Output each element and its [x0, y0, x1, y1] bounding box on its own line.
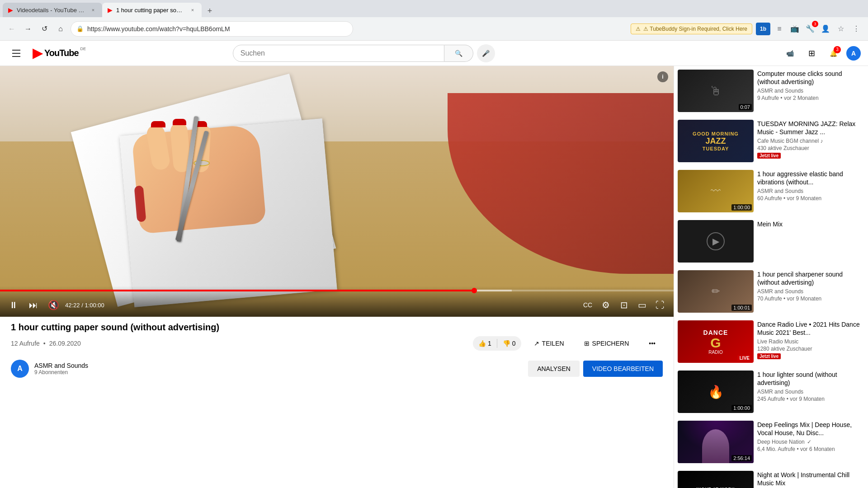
- profile-icon[interactable]: 👤: [819, 23, 832, 35]
- sidebar-info-7: Deep Feelings Mix | Deep House, Vocal Ho…: [757, 421, 864, 463]
- tab-favicon-2: ▶: [108, 6, 113, 14]
- header-right: 📹 ⊞ 🔔 3 A: [781, 44, 861, 62]
- fullscreen-button[interactable]: ⛶: [652, 297, 668, 313]
- user-avatar[interactable]: A: [846, 46, 861, 61]
- sidebar-thumbnail-8: NIGHT AT WORK INSTRUMENTAL: [678, 471, 754, 488]
- sidebar-stats-4: 70 Aufrufe • vor 9 Monaten: [757, 296, 864, 302]
- sidebar-thumbnail-0: 🖱 0:07: [678, 70, 754, 112]
- search-button[interactable]: 🔍: [444, 45, 473, 62]
- browser-toolbar: ← → ↺ ⌂ 🔒 https://www.youtube.com/watch?…: [0, 17, 868, 41]
- dislike-count: 0: [512, 340, 516, 347]
- browser-menu-icon[interactable]: ⋮: [850, 23, 863, 35]
- home-button[interactable]: ⌂: [54, 23, 67, 35]
- sidebar-item-2[interactable]: 〰 1:00:00 1 hour aggressive elastic band…: [674, 166, 868, 216]
- video-meta-row: 12 Aufrufe • 26.09.2020 👍 1 👎: [11, 336, 663, 351]
- save-button[interactable]: ⊞ SPEICHERN: [577, 336, 637, 351]
- address-bar[interactable]: 🔒 https://www.youtube.com/watch?v=hquLBB…: [71, 21, 353, 37]
- sidebar-stats-0: 9 Aufrufe • vor 2 Monaten: [757, 95, 864, 101]
- sidebar-item-6[interactable]: 🔥 1:00:00 1 hour lighter sound (without …: [674, 367, 868, 417]
- hamburger-menu[interactable]: [7, 44, 25, 62]
- save-label: SPEICHERN: [592, 340, 629, 347]
- channel-row: A ASMR and Sounds 9 Abonnenten ANALYSEN …: [0, 354, 674, 383]
- tab-close-2[interactable]: ×: [189, 6, 196, 14]
- progress-knob[interactable]: [472, 288, 477, 293]
- skip-button[interactable]: ⏭: [25, 297, 42, 313]
- subtitles-button[interactable]: CC: [580, 297, 596, 313]
- notification-count: 3: [834, 46, 841, 53]
- share-icon: ↗: [534, 340, 539, 347]
- sidebar-info-2: 1 hour aggressive elastic band vibration…: [757, 170, 864, 212]
- sidebar-item-7[interactable]: 2:56:14 Deep Feelings Mix | Deep House, …: [674, 417, 868, 467]
- share-button[interactable]: ↗ TEILEN: [527, 336, 571, 351]
- sidebar-channel-2: ASMR and Sounds: [757, 188, 864, 194]
- sidebar-stats-1: 430 aktive Zuschauer: [757, 145, 864, 151]
- forward-button[interactable]: →: [22, 23, 34, 35]
- edit-video-button[interactable]: VIDEO BEARBEITEN: [583, 361, 663, 377]
- search-input-wrapper[interactable]: [233, 45, 444, 62]
- voice-search-button[interactable]: 🎤: [477, 44, 495, 62]
- theater-button[interactable]: ▭: [634, 297, 650, 313]
- address-text: https://www.youtube.com/watch?v=hquLBB6o…: [87, 25, 347, 33]
- apps-button[interactable]: ⊞: [803, 44, 821, 62]
- yt-studio-ext-icon[interactable]: ≡: [773, 23, 786, 35]
- live-badge-5: Jetzt live: [757, 353, 781, 359]
- dislike-button[interactable]: 👎 0: [497, 336, 521, 351]
- tudebuddy-icon[interactable]: 1b: [756, 23, 770, 35]
- thumbsdown-icon: 👎: [503, 340, 510, 347]
- sidebar-item-8[interactable]: NIGHT AT WORK INSTRUMENTAL Night at Work…: [674, 467, 868, 488]
- toolbar-actions: 1b ≡ 📺 🔧 3 👤 ☆ ⋮: [756, 23, 863, 35]
- sidebar-title-1: TUESDAY MORNING JAZZ: Relax Music - Summ…: [757, 120, 864, 136]
- video-title: 1 hour cutting paper sound (without adve…: [11, 322, 663, 333]
- sidebar-info-1: TUESDAY MORNING JAZZ: Relax Music - Summ…: [757, 120, 864, 162]
- sidebar-thumbnail-5: DANCE G RADIO LIVE: [678, 320, 754, 363]
- tab-close-1[interactable]: ×: [90, 6, 97, 14]
- yt-logo[interactable]: ▶ YouTube DE: [33, 46, 86, 61]
- channel-name[interactable]: ASMR and Sounds: [34, 362, 523, 369]
- sidebar-item-4[interactable]: ✏ 1:00:01 1 hour pencil sharpener sound …: [674, 267, 868, 317]
- sidebar-item-3[interactable]: ▶ Mein Mix: [674, 216, 868, 267]
- extension-icon[interactable]: 🔧 3: [804, 23, 816, 35]
- sidebar-info-3: Mein Mix: [757, 220, 864, 263]
- like-count: 1: [488, 340, 491, 347]
- new-tab-button[interactable]: +: [203, 5, 216, 17]
- video-player[interactable]: i ⏸ ⏭ 🔇 42:22: [0, 66, 674, 317]
- more-button[interactable]: •••: [642, 336, 663, 351]
- upload-button[interactable]: 📹: [781, 44, 799, 62]
- channel-avatar[interactable]: A: [11, 360, 29, 378]
- progress-bar[interactable]: [0, 290, 674, 291]
- video-controls: ⏸ ⏭ 🔇 42:22 / 1:00:00 CC ⚙: [0, 286, 674, 317]
- save-icon: ⊞: [584, 340, 590, 347]
- sidebar-channel-0: ASMR and Sounds: [757, 88, 864, 94]
- sidebar-info-6: 1 hour lighter sound (without advertisin…: [757, 371, 864, 413]
- browser-tabs: ▶ Videodetails - YouTube Studio × ▶ 1 ho…: [0, 0, 868, 17]
- thumbsup-icon: 👍: [478, 340, 486, 347]
- miniplayer-button[interactable]: ⊡: [616, 297, 632, 313]
- settings-button[interactable]: ⚙: [598, 297, 614, 313]
- search-input[interactable]: [241, 49, 437, 57]
- back-button[interactable]: ←: [5, 23, 18, 35]
- sidebar-item-0[interactable]: 🖱 0:07 Computer mouse clicks sound (with…: [674, 66, 868, 116]
- like-button[interactable]: 👍 1: [473, 336, 497, 351]
- analysen-button[interactable]: ANALYSEN: [528, 361, 580, 377]
- sidebar-channel-4: ASMR and Sounds: [757, 288, 864, 295]
- bookmark-icon[interactable]: ☆: [835, 23, 847, 35]
- search-icon: 🔍: [455, 50, 462, 57]
- security-icon: 🔒: [76, 25, 84, 32]
- sidebar-item-1[interactable]: GOOD MORNING JAZZ TUESDAY TUESDAY MORNIN…: [674, 116, 868, 166]
- right-controls: CC ⚙ ⊡ ▭ ⛶: [580, 297, 668, 313]
- notifications-button[interactable]: 🔔 3: [825, 44, 843, 62]
- thumb-duration-0: 0:07: [739, 104, 752, 110]
- play-pause-button[interactable]: ⏸: [5, 297, 22, 313]
- played-bar: [0, 290, 474, 291]
- volume-button[interactable]: 🔇: [45, 297, 61, 313]
- browser-tab-videostudio[interactable]: ▶ Videodetails - YouTube Studio ×: [3, 3, 102, 17]
- yt-content: i ⏸ ⏭ 🔇 42:22: [0, 66, 868, 488]
- reload-button[interactable]: ↺: [38, 23, 51, 35]
- sidebar-item-5[interactable]: DANCE G RADIO LIVE Dance Radio Live • 20…: [674, 317, 868, 367]
- tudebuddy-alert[interactable]: ⚠ ⚠ TubeBuddy Sign-in Required, Click He…: [631, 23, 752, 34]
- thumb-duration-2: 1:00:00: [731, 204, 752, 211]
- video-info-button[interactable]: i: [657, 71, 668, 82]
- cast-icon[interactable]: 📺: [788, 23, 801, 35]
- search-bar: 🔍 🎤: [233, 44, 495, 62]
- browser-tab-watch[interactable]: ▶ 1 hour cutting paper sound (w... ×: [102, 3, 202, 17]
